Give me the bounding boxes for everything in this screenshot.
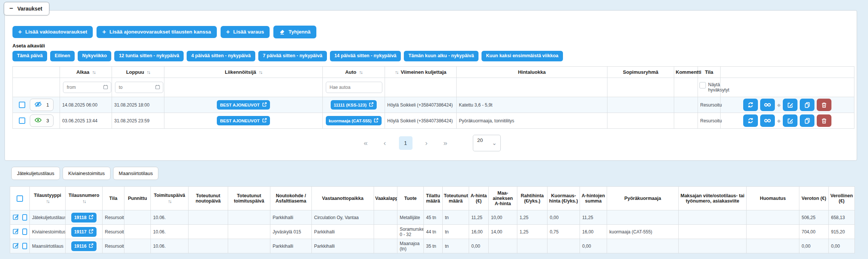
- edit-button[interactable]: [783, 114, 797, 127]
- external-link-icon: [89, 215, 94, 221]
- row-select-checkbox[interactable]: [22, 243, 27, 249]
- filter-empty: [385, 78, 457, 97]
- row-select-checkbox[interactable]: [22, 214, 27, 221]
- loading-price: 0,00: [547, 210, 580, 225]
- col-vastaanottopaikka: Vastaanottopaikka: [312, 187, 374, 210]
- order-type: Kiviainestoimitus: [30, 225, 66, 239]
- freight-price: 1,25: [517, 210, 547, 225]
- order-status: Resursoitu: [103, 239, 124, 253]
- first-page-button[interactable]: «: [361, 137, 371, 149]
- prev-page-button[interactable]: ‹: [380, 137, 389, 149]
- copy-button[interactable]: [800, 99, 814, 111]
- refresh-button[interactable]: [743, 114, 758, 127]
- col-veroton: Veroton (€): [799, 187, 829, 210]
- delete-button[interactable]: [817, 99, 831, 111]
- range-month-start-button[interactable]: Tämän kuun alku - nykypäivä: [404, 51, 478, 61]
- last-page-button[interactable]: »: [440, 137, 451, 149]
- price-class: Katettu 3,6 - 5,9t: [459, 102, 492, 108]
- col-tilausnumero[interactable]: Tilausnumero↑↓: [66, 187, 103, 210]
- edit-button[interactable]: [783, 99, 797, 111]
- range-today-button[interactable]: Tämä päivä: [12, 51, 47, 61]
- range-12h-button[interactable]: 12 tuntia sitten - nykypäivä: [114, 51, 184, 61]
- col-liikennoitsija[interactable]: Liikennöitsijä↑↓: [164, 66, 323, 78]
- col-auto[interactable]: Auto↑↓: [323, 66, 385, 78]
- row-select-checkbox[interactable]: [19, 102, 25, 108]
- col-tilaustyyppi[interactable]: Tilaustyyppi↑↓: [30, 187, 66, 210]
- material-unit-price: 10,00: [489, 210, 517, 225]
- binoculars-button[interactable]: [760, 114, 775, 127]
- tab-kiviainestoimitus[interactable]: Kiviainestoimitus: [63, 167, 110, 180]
- col-rahtihinta: Rahtihinta (€/yks.): [517, 187, 547, 210]
- visibility-toggle[interactable]: 1: [30, 99, 54, 111]
- product: Maanajoa (tn): [397, 239, 424, 253]
- operator-name: BEST AJONEUVOT: [220, 119, 259, 123]
- col-toimituspaiva[interactable]: Toimituspäivä↑↓: [151, 187, 189, 210]
- status: Resursoitu: [700, 102, 722, 108]
- range-7d-button[interactable]: 7 päivää sitten - nykypäivä: [258, 51, 327, 61]
- delete-button[interactable]: [817, 114, 831, 127]
- button-label: Lisää varaus: [233, 29, 264, 35]
- clear-button[interactable]: Tyhjennä: [273, 26, 316, 38]
- col-a-hinta: A-hinta (€): [469, 187, 489, 210]
- order-number-link-button[interactable]: 19116: [71, 241, 97, 251]
- edit-order-icon[interactable]: [12, 213, 19, 221]
- pagination: « ‹ 1 › » 20 ⌄: [12, 135, 849, 151]
- copy-button[interactable]: [800, 114, 814, 127]
- end-date-filter-input[interactable]: [115, 82, 163, 93]
- orders-table: Tilaustyyppi↑↓ Tilausnumero↑↓ Tila Punni…: [10, 186, 855, 253]
- col-label: Viimeinen kuljettaja: [401, 69, 446, 75]
- vehicle-link-button[interactable]: kuormaaja (CAT-555): [326, 116, 382, 125]
- order-number-link-button[interactable]: 19118: [71, 213, 97, 222]
- operator-link-button[interactable]: BEST AJONEUVOT: [217, 116, 270, 125]
- panel-collapse-toggle[interactable]: − Varaukset: [4, 2, 49, 15]
- wheel-loader: [607, 239, 679, 253]
- start-date-filter-input[interactable]: [63, 82, 111, 93]
- add-reservation-button[interactable]: + Lisää varaus: [221, 26, 270, 38]
- order-number-link-button[interactable]: 19117: [71, 227, 97, 237]
- total-excl-tax: 704,00: [799, 225, 829, 239]
- binoculars-button[interactable]: [760, 99, 775, 111]
- range-14d-button[interactable]: 14 päivää sitten - nykypäivä: [330, 51, 401, 61]
- add-standard-vehicle-reservations-button[interactable]: + Lisää vakioautovaraukset: [12, 26, 93, 38]
- edit-order-icon[interactable]: [12, 228, 19, 236]
- visibility-toggle[interactable]: 3: [30, 114, 54, 127]
- receiving-location: Circulation Oy, Vantaa: [312, 210, 374, 225]
- page-size-select[interactable]: 20 ⌄: [473, 135, 501, 151]
- tab-maansiirtotilaus[interactable]: Maansiirtotilaus: [113, 167, 158, 180]
- unit-price-sum: 11,25: [580, 210, 607, 225]
- external-link-icon: [262, 102, 267, 108]
- range-4d-button[interactable]: 4 päivää sitten - nykypäivä: [187, 51, 255, 61]
- actual-pickup-date: [189, 210, 228, 225]
- range-buttons-row: Tämä päivä Eilinen Nykyviikko 12 tuntia …: [12, 51, 849, 61]
- add-vehicle-reservations-with-orders-button[interactable]: + Lisää ajoneuvovaraukset tilausten kans…: [97, 26, 216, 38]
- eye-slash-icon: [34, 101, 42, 109]
- col-loppuu[interactable]: Loppuu↑↓: [112, 66, 164, 78]
- edit-order-icon[interactable]: [12, 242, 19, 250]
- delivery-date: 10.06.: [151, 239, 189, 253]
- last-driver: Höylä Soikkeli (+358407386424): [387, 102, 453, 108]
- select-all-checkbox[interactable]: [17, 195, 23, 202]
- order-number: 19116: [74, 244, 87, 249]
- col-toteutunut-maara: Toteutunut määrä: [443, 187, 469, 210]
- refresh-button[interactable]: [743, 99, 758, 111]
- row-select-checkbox[interactable]: [19, 117, 25, 124]
- vehicle-link-button[interactable]: 11111 (KSS-123): [331, 100, 377, 110]
- tab-jatekuljetustilaus[interactable]: Jätekuljetustilaus: [11, 167, 60, 180]
- col-vaakalappu: Vaakalappu: [374, 187, 397, 210]
- col-viimeinen-kuljettaja[interactable]: ↑↓Viimeinen kuljettaja: [385, 66, 457, 78]
- col-hintaluokka: Hintaluokka: [457, 66, 607, 78]
- range-current-week-button[interactable]: Nykyviikko: [78, 51, 111, 61]
- range-first-two-weeks-button[interactable]: Kuun kaksi ensimmäistä viikkoa: [482, 51, 563, 61]
- show-approved-checkbox[interactable]: [699, 82, 706, 88]
- col-label: Alkaa: [76, 69, 89, 75]
- current-page-button[interactable]: 1: [399, 136, 413, 150]
- operator-link-button[interactable]: BEST AJONEUVOT: [217, 100, 270, 110]
- wheel-loader: [607, 210, 679, 225]
- scale-ticket: [374, 210, 397, 225]
- vehicle-search-input[interactable]: [326, 82, 382, 93]
- row-select-checkbox[interactable]: [22, 229, 27, 235]
- filter-empty: [721, 78, 854, 97]
- next-page-button[interactable]: ›: [422, 137, 431, 149]
- col-alkaa[interactable]: Alkaa↑↓: [60, 66, 112, 78]
- range-yesterday-button[interactable]: Eilinen: [50, 51, 75, 61]
